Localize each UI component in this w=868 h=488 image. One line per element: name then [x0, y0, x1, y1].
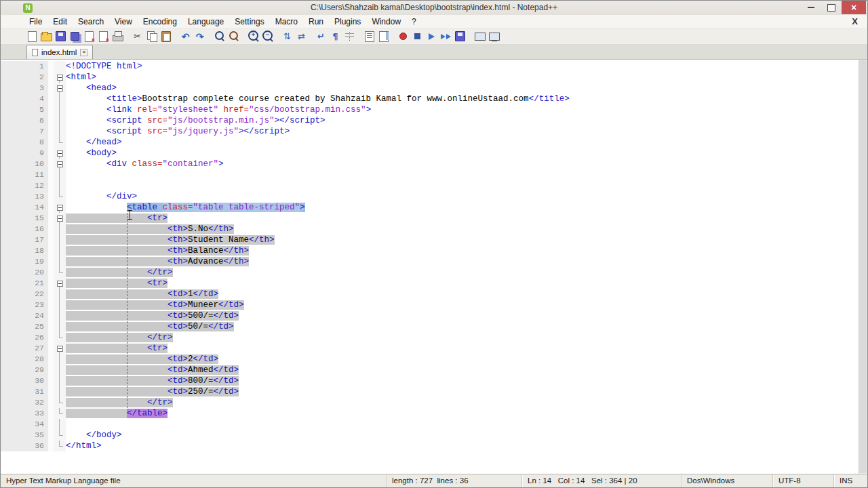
code-line-5[interactable]: 5 <link rel="stylesheet" href="css/boots… — [1, 104, 858, 115]
fold-collapse-icon[interactable] — [54, 278, 66, 289]
code-line-18[interactable]: 18 <th>Balance</th> — [1, 245, 858, 256]
record-macro-icon[interactable] — [397, 30, 410, 43]
code-line-26[interactable]: 26 </tr> — [1, 332, 858, 343]
scrollbar-thumb[interactable] — [859, 60, 867, 473]
code-line-28[interactable]: 28 <td>2</td> — [1, 354, 858, 365]
bookmark-margin[interactable] — [48, 278, 54, 289]
fold-collapse-icon[interactable] — [54, 202, 66, 213]
bookmark-margin[interactable] — [48, 202, 54, 213]
bookmark-margin[interactable] — [48, 267, 54, 278]
bookmark-margin[interactable] — [48, 343, 54, 354]
code-line-21[interactable]: 21 <tr> — [1, 278, 858, 289]
close-button[interactable] — [842, 1, 866, 14]
editor[interactable]: 1<!DOCTYPE html>2<html>3 <head>4 <title>… — [1, 60, 867, 474]
code-line-13[interactable]: 13 </div> — [1, 191, 858, 202]
bookmark-margin[interactable] — [48, 300, 54, 310]
bookmark-margin[interactable] — [48, 365, 54, 375]
title-bar[interactable]: C:\Users\Shahzaib kamal\Desktop\bootstra… — [1, 1, 867, 15]
save-icon[interactable] — [54, 30, 67, 43]
bookmark-margin[interactable] — [48, 224, 54, 235]
bookmark-margin[interactable] — [48, 115, 54, 126]
code-line-30[interactable]: 30 <td>800/=</td> — [1, 375, 858, 386]
bookmark-margin[interactable] — [48, 430, 54, 441]
stop-macro-icon[interactable] — [411, 30, 424, 43]
bookmark-margin[interactable] — [48, 148, 54, 159]
code-line-6[interactable]: 6 <script src="js/bootstrap.min.js"></sc… — [1, 115, 858, 126]
status-eol-format[interactable]: Dos\Windows — [681, 474, 772, 487]
copy-icon[interactable] — [145, 30, 158, 43]
menu-item-view[interactable]: View — [109, 15, 138, 28]
new-file-icon[interactable] — [26, 30, 39, 43]
zoom-out-icon[interactable] — [261, 30, 274, 43]
print-icon[interactable] — [111, 30, 124, 43]
code-line-22[interactable]: 22 <td>1</td> — [1, 289, 858, 300]
bookmark-margin[interactable] — [48, 441, 54, 451]
code-line-25[interactable]: 25 <td>50/=</td> — [1, 321, 858, 332]
bookmark-margin[interactable] — [48, 169, 54, 180]
bookmark-margin[interactable] — [48, 159, 54, 169]
fold-collapse-icon[interactable] — [54, 83, 66, 94]
code-line-17[interactable]: 17 <th>Student Name</th> — [1, 235, 858, 245]
code-line-24[interactable]: 24 <td>500/=</td> — [1, 310, 858, 321]
bookmark-margin[interactable] — [48, 419, 54, 430]
code-line-23[interactable]: 23 <td>Muneer</td> — [1, 300, 858, 310]
vertical-scrollbar[interactable] — [858, 60, 867, 474]
bookmark-margin[interactable] — [48, 104, 54, 115]
bookmark-margin[interactable] — [48, 408, 54, 419]
code-line-7[interactable]: 7 <script src="js/jquery.js"></script> — [1, 126, 858, 137]
code-line-4[interactable]: 4 <title>Bootstrap complete course creat… — [1, 94, 858, 104]
save-macro-icon[interactable] — [454, 30, 467, 43]
tab-close-icon[interactable] — [80, 49, 87, 56]
bookmark-margin[interactable] — [48, 397, 54, 408]
function-list-icon[interactable] — [363, 30, 376, 43]
menu-item-window[interactable]: Window — [366, 15, 406, 28]
code-line-32[interactable]: 32 </tr> — [1, 397, 858, 408]
close-doc-icon[interactable] — [83, 30, 96, 43]
code-line-2[interactable]: 2<html> — [1, 72, 858, 83]
fullscreen-icon[interactable] — [473, 30, 486, 43]
fold-collapse-icon[interactable] — [54, 213, 66, 224]
code-line-27[interactable]: 27 <tr> — [1, 343, 858, 354]
code-line-20[interactable]: 20 </tr> — [1, 267, 858, 278]
bookmark-margin[interactable] — [48, 191, 54, 202]
bookmark-margin[interactable] — [48, 332, 54, 343]
bookmark-margin[interactable] — [48, 245, 54, 256]
code-line-19[interactable]: 19 <th>Advance</th> — [1, 256, 858, 267]
bookmark-margin[interactable] — [48, 354, 54, 365]
open-folder-icon[interactable] — [40, 30, 53, 43]
menu-item-search[interactable]: Search — [73, 15, 109, 28]
run-macro-multi-icon[interactable] — [439, 30, 452, 43]
menu-item-encoding[interactable]: Encoding — [138, 15, 182, 28]
redo-icon[interactable] — [193, 30, 206, 43]
code-area[interactable]: 1<!DOCTYPE html>2<html>3 <head>4 <title>… — [1, 61, 858, 451]
bookmark-margin[interactable] — [48, 180, 54, 191]
code-line-34[interactable]: 34 — [1, 419, 858, 430]
save-all-icon[interactable] — [68, 30, 81, 43]
bookmark-margin[interactable] — [48, 256, 54, 267]
bookmark-margin[interactable] — [48, 72, 54, 83]
code-line-35[interactable]: 35 </body> — [1, 430, 858, 441]
sync-v-icon[interactable] — [281, 30, 294, 43]
menu-item-help[interactable]: ? — [406, 15, 422, 28]
fold-collapse-icon[interactable] — [54, 343, 66, 354]
sync-h-icon[interactable] — [295, 30, 308, 43]
code-line-1[interactable]: 1<!DOCTYPE html> — [1, 61, 858, 72]
menu-item-plugins[interactable]: Plugins — [329, 15, 366, 28]
status-insert-mode[interactable]: INS — [833, 474, 867, 487]
code-line-33[interactable]: 33 </table> — [1, 408, 858, 419]
menu-item-macro[interactable]: Macro — [270, 15, 303, 28]
code-line-9[interactable]: 9 <body> — [1, 148, 858, 159]
bookmark-margin[interactable] — [48, 213, 54, 224]
find-icon[interactable] — [213, 30, 226, 43]
code-line-11[interactable]: 11 — [1, 169, 858, 180]
close-all-icon[interactable] — [97, 30, 110, 43]
fold-collapse-icon[interactable] — [54, 148, 66, 159]
code-line-3[interactable]: 3 <head> — [1, 83, 858, 94]
zoom-in-icon[interactable] — [247, 30, 260, 43]
code-line-16[interactable]: 16 <th>S.No</th> — [1, 224, 858, 235]
code-line-10[interactable]: 10 <div class="container"> — [1, 159, 858, 169]
menu-item-run[interactable]: Run — [303, 15, 329, 28]
menu-item-settings[interactable]: Settings — [229, 15, 269, 28]
bookmark-margin[interactable] — [48, 137, 54, 148]
fold-collapse-icon[interactable] — [54, 159, 66, 169]
